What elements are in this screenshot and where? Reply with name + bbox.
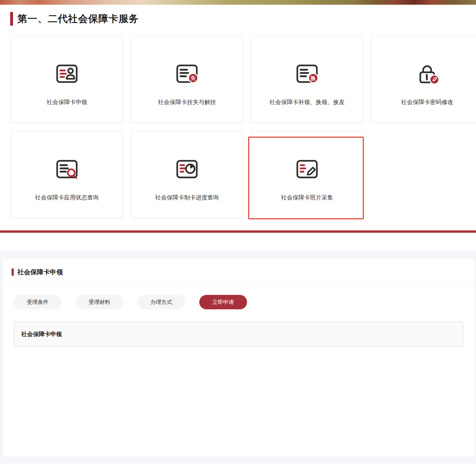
detail-panel-header: 社会保障卡申领 [3,259,474,282]
service-card-label: 社会保障卡密码修改 [401,99,453,106]
lock-edit-icon [413,63,441,85]
panel-header-divider [3,282,474,282]
card-search-icon [53,158,81,180]
id-card-person-icon [53,63,81,85]
card-progress-icon [173,158,201,180]
card-photo-edit-icon [293,158,321,180]
section-title-row: 第一、二代社会保障卡服务 [10,12,476,26]
service-card-grid: 社会保障卡申领 失 社会保障卡挂失与解挂 换 [11,35,476,218]
service-card-label: 社会保障卡申领 [47,99,87,106]
decorative-photo-strip [0,0,476,5]
detail-content-heading: 社会保障卡申领 [21,331,62,338]
panel-title-accent-bar [12,268,14,276]
section-divider [0,230,476,233]
service-card-label: 社会保障卡应用状态查询 [35,194,99,202]
detail-section-background: 社会保障卡申领 受理条件 受理材料 办理方式 立即申请 社会保障卡申领 [0,251,476,464]
service-card-label: 社会保障卡补领、换领、换发 [269,99,345,106]
service-card-apply[interactable]: 社会保障卡申领 [11,35,123,123]
card-replace-icon: 换 [293,63,321,85]
service-card-label: 社会保障卡制卡进度查询 [155,194,219,202]
detail-panel: 社会保障卡申领 受理条件 受理材料 办理方式 立即申请 社会保障卡申领 [3,259,474,456]
service-card-status-query[interactable]: 社会保障卡应用状态查询 [11,131,123,218]
badge-glyph: 换 [310,75,316,81]
tab-required-materials[interactable]: 受理材料 [76,295,123,309]
service-card-loss-report[interactable]: 失 社会保障卡挂失与解挂 [131,35,243,123]
service-card-label: 社会保障卡挂失与解挂 [158,99,216,106]
service-card-password[interactable]: 社会保障卡密码修改 [371,35,476,123]
section-title: 第一、二代社会保障卡服务 [17,12,139,25]
service-card-photo-capture[interactable]: 社会保障卡照片采集 [251,131,363,218]
tab-acceptance-conditions[interactable]: 受理条件 [14,295,61,309]
panel-title: 社会保障卡申领 [17,268,63,276]
detail-tabs: 受理条件 受理材料 办理方式 立即申请 [14,295,474,309]
service-card-label: 社会保障卡照片采集 [281,194,333,202]
card-loss-icon: 失 [173,63,201,85]
service-card-replace[interactable]: 换 社会保障卡补领、换领、换发 [251,35,363,123]
detail-content-box: 社会保障卡申领 [14,322,463,347]
tab-apply-now[interactable]: 立即申请 [199,295,247,309]
tab-handling-method[interactable]: 办理方式 [137,295,185,309]
service-card-progress-query[interactable]: 社会保障卡制卡进度查询 [131,131,243,218]
badge-glyph: 失 [191,75,196,81]
title-accent-bar [10,12,13,26]
